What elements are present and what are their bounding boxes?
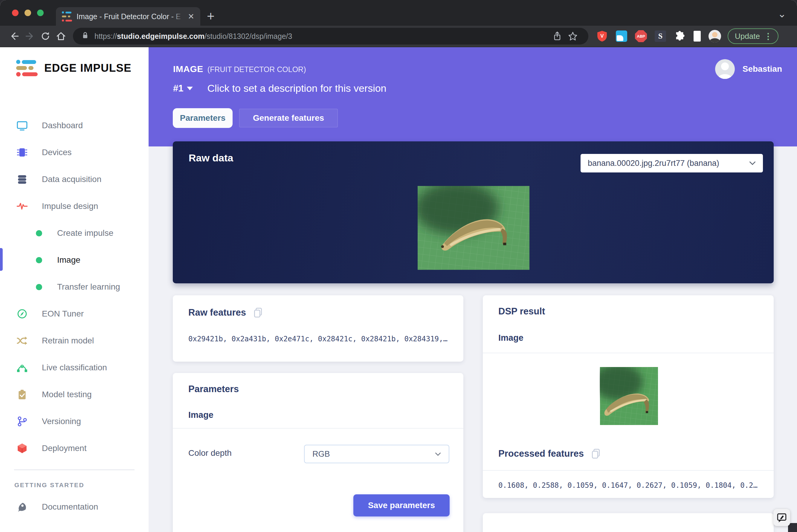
divider: [483, 353, 774, 353]
chevron-down-icon: [749, 161, 756, 165]
sidebar-item-label: Transfer learning: [57, 282, 120, 292]
maximize-window-button[interactable]: [37, 10, 44, 16]
getting-started-label: GETTING STARTED: [14, 481, 149, 489]
share-icon[interactable]: [549, 28, 565, 44]
parameters-title: Parameters: [188, 384, 239, 395]
profile-avatar-icon[interactable]: [708, 30, 721, 42]
git-branch-icon: [16, 416, 28, 427]
chip-icon: [16, 147, 28, 158]
chevron-down-icon[interactable]: [187, 87, 193, 90]
browser-tab[interactable]: Image - Fruit Detector Color - E ✕: [56, 7, 200, 26]
shuffle-icon: [16, 335, 28, 346]
processed-image: [600, 367, 658, 425]
sidebar-item-dashboard[interactable]: Dashboard: [0, 112, 149, 139]
sidebar-item-transfer-learning[interactable]: Transfer learning: [0, 273, 149, 300]
adblock-plus-icon[interactable]: ABP: [635, 30, 647, 42]
user-chip[interactable]: Sebastian: [715, 59, 782, 79]
sidebar-item-devices[interactable]: Devices: [0, 139, 149, 166]
sample-select[interactable]: banana.00020.jpg.2ru7rt77 (banana): [581, 154, 763, 172]
chevron-down-icon: [435, 452, 441, 456]
lock-icon: [81, 31, 90, 41]
home-icon[interactable]: [53, 28, 69, 44]
reader-mode-icon[interactable]: [694, 31, 701, 41]
sidebar-nav: Dashboard Devices Data acquisition: [0, 112, 149, 520]
url-scheme: https://: [94, 32, 117, 40]
copy-icon[interactable]: [590, 448, 601, 459]
back-icon[interactable]: [6, 28, 22, 44]
dsp-image-label: Image: [498, 333, 524, 343]
dsp-tabs: Parameters Generate features: [173, 108, 338, 128]
tab-generate-features[interactable]: Generate features: [239, 109, 338, 127]
edge-impulse-logo[interactable]: EDGE IMPULSE: [16, 60, 132, 77]
database-icon: [16, 174, 28, 185]
forward-icon[interactable]: [22, 28, 38, 44]
sample-select-value: banana.00020.jpg.2ru7rt77 (banana): [588, 159, 744, 168]
update-label: Update: [735, 32, 760, 41]
avatar: [715, 59, 735, 79]
extensions-row: V ABP S: [596, 30, 721, 42]
color-depth-select[interactable]: RGB: [304, 445, 449, 463]
sidebar-item-data-acquisition[interactable]: Data acquisition: [0, 166, 149, 193]
reload-icon[interactable]: [38, 28, 53, 44]
new-tab-button[interactable]: +: [207, 8, 215, 24]
shield-extension-icon[interactable]: V: [596, 30, 608, 42]
project-name: (FRUIT DETECTOR COLOR): [207, 65, 306, 74]
save-parameters-button[interactable]: Save parameters: [353, 494, 450, 516]
sidebar-item-versioning[interactable]: Versioning: [0, 408, 149, 435]
sidebar-item-label: Documentation: [42, 502, 98, 512]
green-dot-icon: [36, 284, 42, 290]
dsp-result-card: DSP result Image: [483, 295, 774, 498]
sidebar-item-image[interactable]: Image: [0, 247, 149, 273]
page-title-row: IMAGE (FRUIT DETECTOR COLOR): [173, 64, 306, 74]
raw-features-title: Raw features: [188, 307, 246, 318]
version-description[interactable]: Click to set a description for this vers…: [207, 82, 386, 94]
compass-icon: [16, 308, 28, 319]
close-window-button[interactable]: [12, 10, 19, 16]
color-depth-label: Color depth: [188, 448, 232, 458]
puzzle-extensions-icon[interactable]: [674, 30, 686, 42]
page-header-band: [149, 47, 797, 147]
raw-sample-image: [418, 186, 529, 270]
bookmark-star-icon[interactable]: [565, 28, 581, 44]
browser-toolbar: https://studio.edgeimpulse.com/studio/81…: [0, 26, 797, 47]
bezier-curve-icon: [16, 362, 28, 373]
sidebar-item-label: Versioning: [42, 417, 81, 426]
divider: [483, 470, 774, 471]
tab-parameters[interactable]: Parameters: [173, 108, 232, 128]
browser-menu-icon[interactable]: ⋮: [764, 31, 773, 41]
sidebar-item-eon-tuner[interactable]: EON Tuner: [0, 300, 149, 327]
sidebar-item-label: Impulse design: [42, 202, 98, 211]
divider: [173, 428, 463, 429]
s-extension-icon[interactable]: S: [655, 31, 666, 42]
green-dot-icon: [36, 230, 42, 236]
sidebar-item-label: Live classification: [42, 363, 107, 373]
sidebar: EDGE IMPULSE Dashboard Devices: [0, 47, 149, 532]
version-row: #1 Click to set a description for this v…: [173, 82, 386, 94]
sidebar-item-live-classification[interactable]: Live classification: [0, 354, 149, 381]
color-depth-value: RGB: [312, 450, 430, 459]
tab-search-icon[interactable]: ⌄: [778, 8, 786, 20]
parameters-section-label: Image: [188, 410, 213, 420]
sidebar-item-deployment[interactable]: Deployment: [0, 435, 149, 462]
sidebar-item-documentation[interactable]: Documentation: [0, 493, 149, 520]
sidebar-item-retrain-model[interactable]: Retrain model: [0, 327, 149, 354]
sidebar-item-label: EON Tuner: [42, 309, 84, 319]
raw-features-card: Raw features 0x29421b, 0x2a431b, 0x2e471…: [173, 295, 463, 362]
sidebar-item-create-impulse[interactable]: Create impulse: [0, 220, 149, 247]
tab-close-icon[interactable]: ✕: [188, 13, 194, 20]
sidebar-item-label: Retrain model: [42, 336, 94, 345]
sidebar-item-label: Devices: [42, 148, 72, 157]
page-title: IMAGE: [173, 64, 203, 74]
feedback-button[interactable]: [773, 509, 790, 526]
url-bar[interactable]: https://studio.edgeimpulse.com/studio/81…: [73, 28, 588, 44]
version-dropdown[interactable]: #1: [173, 83, 183, 94]
sidebar-item-model-testing[interactable]: Model testing: [0, 381, 149, 408]
url-path: /studio/81302/dsp/image/3: [205, 32, 292, 40]
processed-features-values: 0.1608, 0.2588, 0.1059, 0.1647, 0.2627, …: [498, 481, 758, 490]
sidebar-item-label: Data acquisition: [42, 174, 101, 184]
blue-extension-icon[interactable]: [616, 31, 627, 42]
sidebar-item-impulse-design[interactable]: Impulse design: [0, 193, 149, 220]
minimize-window-button[interactable]: [24, 10, 31, 16]
copy-icon[interactable]: [253, 307, 263, 318]
browser-update-button[interactable]: Update ⋮: [728, 28, 778, 44]
